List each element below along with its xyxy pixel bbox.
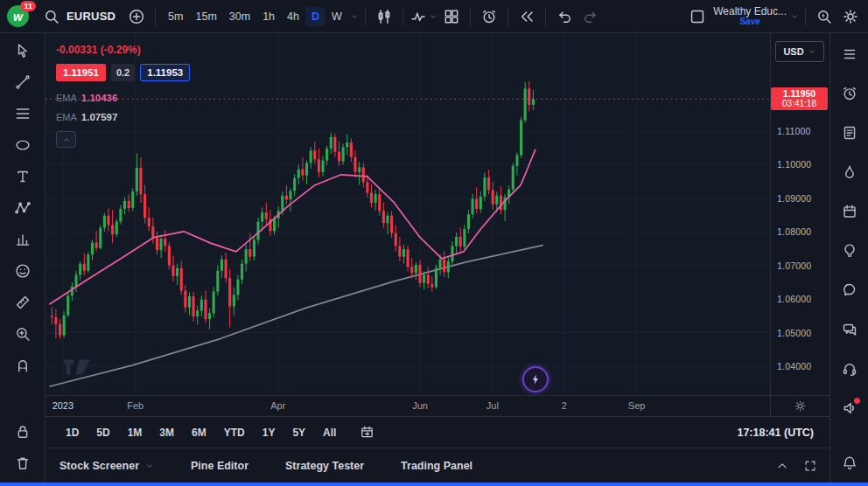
status-item-label: Stock Screener [60,460,139,472]
panel-bottom-group [839,453,860,474]
indicators-button[interactable] [410,4,438,29]
settings-button[interactable] [838,4,863,29]
tool-fib-retracement[interactable] [12,103,33,124]
interval-5m[interactable]: 5m [162,7,189,26]
bar-replay-button[interactable] [514,4,539,29]
candles-icon [375,8,393,25]
redo-icon [582,8,599,25]
spark-icon[interactable] [522,366,549,392]
panel-ideas[interactable] [839,240,860,261]
interval-D[interactable]: D [305,7,326,26]
account-logo[interactable]: w 11 [7,5,29,27]
tool-cursor[interactable] [12,40,33,61]
range-6M[interactable]: 6M [184,423,214,442]
status-items: Stock ScreenerPine EditorStrategy Tester… [60,460,472,472]
drawing-tools-rail [0,33,46,483]
clock-utc[interactable]: 17:18:41 (UTC) [737,427,814,439]
ema-fast-value: 1.10436 [81,93,118,103]
panel-bell[interactable] [839,453,860,474]
range-5D[interactable]: 5D [88,423,117,442]
range-1M[interactable]: 1M [120,423,150,442]
chevron-down-icon[interactable] [790,12,799,21]
tool-trend-line[interactable] [12,72,33,93]
panel-alerts[interactable] [839,83,860,104]
panel-hotlists[interactable] [839,162,860,183]
range-YTD[interactable]: YTD [216,423,253,442]
redo-button[interactable] [578,4,603,29]
panel-watchlist[interactable] [839,44,860,65]
separator [508,7,508,26]
symbol-name: EURUSD [66,10,116,23]
save-button[interactable]: Save [739,17,760,27]
range-5Y[interactable]: 5Y [284,423,313,442]
sell-bid-button[interactable]: 1.11951 [56,64,106,81]
range-1Y[interactable]: 1Y [255,423,284,442]
spread-value: 0.2 [111,64,135,81]
price-axis[interactable]: USD 1.110001.100001.090001.080001.070001… [770,33,830,395]
range-1D[interactable]: 1D [58,423,87,442]
tool-measure[interactable] [12,292,33,313]
interval-1h[interactable]: 1h [256,7,281,26]
plus-icon [128,8,145,25]
ema-slow-legend[interactable]: EMA1.07597 [56,112,190,122]
layout-name-block[interactable]: Wealthy Educ... Save [713,6,787,26]
chart-pane[interactable]: -0.00331 (-0.29%) 1.11951 0.2 1.11953 EM… [46,33,770,395]
panel-whats-new[interactable] [839,398,860,419]
tool-emoji[interactable] [12,260,33,281]
compare-add-symbol-button[interactable] [124,4,149,29]
undo-button[interactable] [552,4,577,29]
tool-magnet[interactable] [12,355,33,376]
tool-text[interactable] [12,166,33,187]
statusbar-trading-panel[interactable]: Trading Panel [401,460,472,472]
watchlist-icon [841,45,858,63]
chart-style-button[interactable] [372,4,396,29]
tool-zoom-in[interactable] [12,323,33,344]
tool-lock[interactable] [12,421,33,442]
grid-layout-button[interactable] [439,4,464,29]
panel-messages[interactable] [839,319,860,340]
fib-retracement-icon [14,105,32,122]
time-axis[interactable]: 2023FebAprJunJul2Sep [46,395,770,416]
interval-30m[interactable]: 30m [223,7,256,26]
panel-chat[interactable] [839,280,860,301]
statusbar-stock-screener[interactable]: Stock Screener [60,460,154,472]
range-All[interactable]: All [315,423,344,442]
layout-select-button[interactable] [685,4,710,29]
maximize-icon[interactable] [803,459,817,473]
buy-ask-button[interactable]: 1.11953 [140,64,190,81]
interval-15m[interactable]: 15m [189,7,222,26]
tool-xabcd-pattern[interactable] [12,198,33,219]
ema-fast-legend[interactable]: EMA1.10436 [56,93,190,103]
right-panel-rail [830,33,868,483]
date-range-toolbar: 1D5D1M3M6MYTD1Y5YAll 17:18:41 (UTC) [46,416,830,448]
bottom-status-bar: Stock ScreenerPine EditorStrategy Tester… [46,448,830,483]
time-axis-label: Sep [620,400,654,411]
range-3M[interactable]: 3M [151,423,182,442]
chevron-down-icon[interactable] [350,12,359,21]
trend-line-icon [14,73,32,91]
panel-calendar[interactable] [839,201,860,222]
panel-support[interactable] [839,358,860,379]
create-alert-button[interactable] [477,4,501,29]
statusbar-strategy-tester[interactable]: Strategy Tester [285,460,364,472]
go-to-date-button[interactable] [354,420,379,445]
gear-icon[interactable] [794,399,807,413]
range-buttons: 1D5D1M3M6MYTD1Y5YAll [58,423,344,442]
status-item-label: Pine Editor [191,460,248,472]
tool-forecast[interactable] [12,229,33,250]
quick-search-button[interactable] [812,4,836,29]
legend-collapse-button[interactable] [56,131,76,148]
undo-icon [556,8,573,25]
symbol-search-button[interactable]: EURUSD [36,4,122,29]
support-icon [841,360,858,378]
panel-news[interactable] [839,122,860,143]
tool-bottom-group [12,421,33,474]
lock-icon [14,423,32,441]
interval-4h[interactable]: 4h [281,7,305,26]
tool-trash[interactable] [12,453,33,474]
statusbar-pine-editor[interactable]: Pine Editor [191,460,248,472]
chevron-up-icon[interactable] [775,459,789,473]
tool-ellipse[interactable] [12,135,33,156]
status-item-label: Strategy Tester [285,460,364,472]
interval-W[interactable]: W [326,7,348,26]
